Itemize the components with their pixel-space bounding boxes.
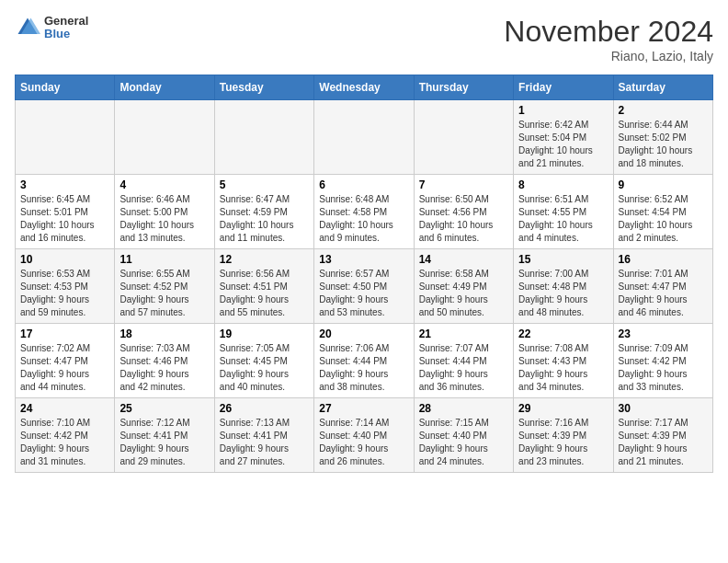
day-number: 5	[220, 178, 309, 191]
week-row-3: 10Sunrise: 6:53 AMSunset: 4:53 PMDayligh…	[16, 249, 713, 324]
calendar-header: SundayMondayTuesdayWednesdayThursdayFrid…	[16, 75, 713, 100]
day-info: Sunrise: 7:00 AMSunset: 4:48 PMDaylight:…	[518, 268, 608, 319]
day-info: Sunrise: 7:03 AMSunset: 4:46 PMDaylight:…	[119, 342, 209, 394]
day-cell: 28Sunrise: 7:15 AMSunset: 4:40 PMDayligh…	[414, 398, 513, 473]
day-cell: 24Sunrise: 7:10 AMSunset: 4:42 PMDayligh…	[16, 398, 115, 473]
day-cell: 20Sunrise: 7:06 AMSunset: 4:44 PMDayligh…	[314, 324, 414, 398]
day-info: Sunrise: 6:44 AMSunset: 5:02 PMDaylight:…	[619, 119, 708, 170]
location-text: Riano, Lazio, Italy	[504, 49, 713, 63]
day-info: Sunrise: 7:01 AMSunset: 4:47 PMDaylight:…	[619, 268, 708, 319]
day-number: 30	[619, 402, 708, 415]
day-number: 20	[319, 327, 408, 340]
day-info: Sunrise: 6:53 AMSunset: 4:53 PMDaylight:…	[20, 268, 109, 319]
logo-blue-text: Blue	[44, 28, 88, 40]
day-cell: 7Sunrise: 6:50 AMSunset: 4:56 PMDaylight…	[414, 175, 513, 249]
header-cell-friday: Friday	[514, 75, 613, 100]
day-cell	[314, 100, 414, 175]
day-info: Sunrise: 7:15 AMSunset: 4:40 PMDaylight:…	[419, 417, 508, 468]
day-cell: 23Sunrise: 7:09 AMSunset: 4:42 PMDayligh…	[613, 324, 712, 398]
day-cell: 16Sunrise: 7:01 AMSunset: 4:47 PMDayligh…	[613, 249, 712, 324]
day-cell: 13Sunrise: 6:57 AMSunset: 4:50 PMDayligh…	[314, 249, 414, 324]
day-cell: 25Sunrise: 7:12 AMSunset: 4:41 PMDayligh…	[115, 398, 214, 473]
day-cell	[115, 100, 214, 175]
day-cell: 2Sunrise: 6:44 AMSunset: 5:02 PMDaylight…	[613, 100, 712, 175]
day-cell: 8Sunrise: 6:51 AMSunset: 4:55 PMDaylight…	[514, 175, 613, 249]
calendar-body: 1Sunrise: 6:42 AMSunset: 5:04 PMDaylight…	[16, 100, 713, 473]
week-row-4: 17Sunrise: 7:02 AMSunset: 4:47 PMDayligh…	[16, 324, 713, 398]
day-cell: 26Sunrise: 7:13 AMSunset: 4:41 PMDayligh…	[214, 398, 313, 473]
header-cell-tuesday: Tuesday	[214, 75, 313, 100]
day-number: 26	[220, 402, 309, 415]
day-number: 2	[619, 104, 708, 117]
day-cell: 6Sunrise: 6:48 AMSunset: 4:58 PMDaylight…	[314, 175, 414, 249]
day-number: 13	[319, 253, 408, 266]
day-number: 6	[319, 178, 408, 191]
header-cell-monday: Monday	[115, 75, 214, 100]
day-cell: 19Sunrise: 7:05 AMSunset: 4:45 PMDayligh…	[214, 324, 313, 398]
calendar-table: SundayMondayTuesdayWednesdayThursdayFrid…	[15, 75, 713, 473]
day-number: 23	[619, 327, 708, 340]
day-cell: 12Sunrise: 6:56 AMSunset: 4:51 PMDayligh…	[214, 249, 313, 324]
day-cell: 5Sunrise: 6:47 AMSunset: 4:59 PMDaylight…	[214, 175, 313, 249]
header-cell-saturday: Saturday	[613, 75, 712, 100]
day-cell	[16, 100, 115, 175]
day-number: 7	[419, 178, 508, 191]
day-cell	[214, 100, 313, 175]
day-cell: 18Sunrise: 7:03 AMSunset: 4:46 PMDayligh…	[115, 324, 214, 398]
day-cell: 15Sunrise: 7:00 AMSunset: 4:48 PMDayligh…	[514, 249, 613, 324]
day-cell: 1Sunrise: 6:42 AMSunset: 5:04 PMDaylight…	[514, 100, 613, 175]
day-number: 27	[319, 402, 408, 415]
day-cell: 4Sunrise: 6:46 AMSunset: 5:00 PMDaylight…	[115, 175, 214, 249]
day-cell: 11Sunrise: 6:55 AMSunset: 4:52 PMDayligh…	[115, 249, 214, 324]
day-cell: 14Sunrise: 6:58 AMSunset: 4:49 PMDayligh…	[414, 249, 513, 324]
day-info: Sunrise: 6:42 AMSunset: 5:04 PMDaylight:…	[518, 119, 608, 170]
day-info: Sunrise: 7:10 AMSunset: 4:42 PMDaylight:…	[20, 417, 109, 468]
day-info: Sunrise: 6:51 AMSunset: 4:55 PMDaylight:…	[518, 193, 608, 245]
page-header: General Blue November 2024 Riano, Lazio,…	[15, 15, 713, 63]
day-cell	[414, 100, 513, 175]
month-title: November 2024	[504, 15, 713, 49]
day-info: Sunrise: 6:46 AMSunset: 5:00 PMDaylight:…	[119, 193, 209, 245]
day-number: 29	[518, 402, 608, 415]
day-info: Sunrise: 6:48 AMSunset: 4:58 PMDaylight:…	[319, 193, 408, 245]
day-info: Sunrise: 7:12 AMSunset: 4:41 PMDaylight:…	[119, 417, 209, 468]
day-info: Sunrise: 7:05 AMSunset: 4:45 PMDaylight:…	[220, 342, 309, 394]
day-number: 3	[20, 178, 109, 191]
day-info: Sunrise: 7:14 AMSunset: 4:40 PMDaylight:…	[319, 417, 408, 468]
logo: General Blue	[15, 15, 88, 41]
day-info: Sunrise: 7:16 AMSunset: 4:39 PMDaylight:…	[518, 417, 608, 468]
day-number: 11	[119, 253, 209, 266]
day-number: 1	[518, 104, 608, 117]
day-number: 10	[20, 253, 109, 266]
day-info: Sunrise: 7:08 AMSunset: 4:43 PMDaylight:…	[518, 342, 608, 394]
day-number: 21	[419, 327, 508, 340]
title-block: November 2024 Riano, Lazio, Italy	[504, 15, 713, 63]
day-number: 9	[619, 178, 708, 191]
day-cell: 10Sunrise: 6:53 AMSunset: 4:53 PMDayligh…	[16, 249, 115, 324]
day-info: Sunrise: 7:17 AMSunset: 4:39 PMDaylight:…	[619, 417, 708, 468]
header-row: SundayMondayTuesdayWednesdayThursdayFrid…	[16, 75, 713, 100]
day-info: Sunrise: 7:09 AMSunset: 4:42 PMDaylight:…	[619, 342, 708, 394]
day-number: 24	[20, 402, 109, 415]
week-row-5: 24Sunrise: 7:10 AMSunset: 4:42 PMDayligh…	[16, 398, 713, 473]
day-cell: 30Sunrise: 7:17 AMSunset: 4:39 PMDayligh…	[613, 398, 712, 473]
logo-general-text: General	[44, 15, 88, 28]
day-number: 15	[518, 253, 608, 266]
header-cell-thursday: Thursday	[414, 75, 513, 100]
day-number: 8	[518, 178, 608, 191]
day-info: Sunrise: 7:02 AMSunset: 4:47 PMDaylight:…	[20, 342, 109, 394]
day-number: 25	[119, 402, 209, 415]
day-number: 16	[619, 253, 708, 266]
header-cell-sunday: Sunday	[16, 75, 115, 100]
day-number: 14	[419, 253, 508, 266]
day-cell: 21Sunrise: 7:07 AMSunset: 4:44 PMDayligh…	[414, 324, 513, 398]
day-cell: 27Sunrise: 7:14 AMSunset: 4:40 PMDayligh…	[314, 398, 414, 473]
day-cell: 29Sunrise: 7:16 AMSunset: 4:39 PMDayligh…	[514, 398, 613, 473]
day-number: 12	[220, 253, 309, 266]
week-row-2: 3Sunrise: 6:45 AMSunset: 5:01 PMDaylight…	[16, 175, 713, 249]
day-info: Sunrise: 7:06 AMSunset: 4:44 PMDaylight:…	[319, 342, 408, 394]
day-number: 18	[119, 327, 209, 340]
day-number: 28	[419, 402, 508, 415]
day-info: Sunrise: 6:52 AMSunset: 4:54 PMDaylight:…	[619, 193, 708, 245]
header-cell-wednesday: Wednesday	[314, 75, 414, 100]
